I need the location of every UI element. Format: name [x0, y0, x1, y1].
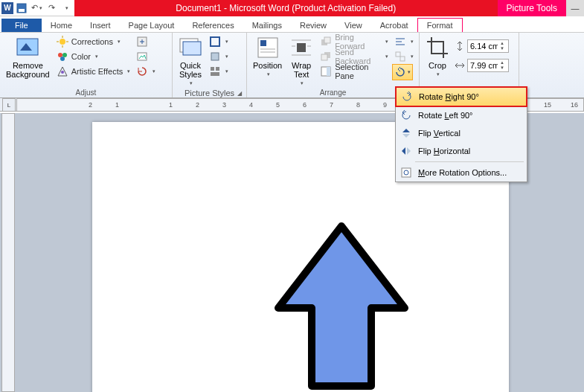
tab-file[interactable]: File: [1, 19, 42, 32]
svg-rect-15: [183, 42, 201, 55]
quick-styles-icon: [179, 36, 202, 60]
context-tab-label: Picture Tools: [498, 0, 566, 16]
width-icon: [454, 60, 466, 71]
flip-vertical-label: Flip Vertical: [418, 129, 461, 138]
picture-border-button[interactable]: ▾: [207, 34, 231, 49]
spin-down-icon[interactable]: ▼: [498, 46, 507, 51]
border-icon: [209, 36, 221, 48]
qat-save-icon[interactable]: [15, 1, 28, 15]
tab-format[interactable]: Format: [417, 18, 463, 32]
position-label: Position: [253, 61, 282, 70]
svg-rect-40: [400, 57, 405, 61]
reset-icon: [136, 65, 148, 77]
selection-pane-icon: [320, 65, 332, 77]
group-label-styles: Picture Styles◢: [176, 88, 243, 97]
tab-insert[interactable]: Insert: [81, 19, 120, 32]
rotate-icon: [394, 66, 406, 78]
tab-acrobat[interactable]: Acrobat: [371, 19, 417, 32]
position-button[interactable]: Position▾: [250, 34, 285, 79]
corrections-button[interactable]: Corrections▾: [54, 34, 132, 49]
quick-styles-button[interactable]: Quick Styles▾: [176, 34, 205, 88]
picture-layout-button[interactable]: ▾: [207, 64, 231, 79]
qat-undo-icon[interactable]: ↶▾: [30, 1, 43, 15]
svg-point-8: [58, 53, 62, 57]
svg-rect-17: [211, 53, 219, 60]
rotate-button[interactable]: ▾: [392, 64, 413, 80]
title-bar-center: Document1 - Microsoft Word (Product Acti…: [74, 0, 566, 16]
rotate-left-label: Rotate Left 90°: [418, 111, 473, 120]
ruler-tab-selector[interactable]: L: [2, 98, 16, 112]
vertical-ruler[interactable]: [1, 113, 15, 392]
crop-button[interactable]: Crop▾: [423, 34, 452, 79]
tab-review[interactable]: Review: [291, 19, 336, 32]
tab-mailings[interactable]: Mailings: [243, 19, 291, 32]
svg-point-9: [62, 53, 67, 57]
height-input[interactable]: [468, 42, 498, 51]
spin-up-icon[interactable]: ▲: [498, 41, 507, 46]
picture-effects-button[interactable]: ▾: [207, 49, 231, 64]
remove-background-label: Remove Background: [6, 61, 50, 79]
bring-forward-button[interactable]: Bring Forward▾: [318, 34, 391, 49]
align-icon: [394, 36, 406, 48]
group-button[interactable]: ▾: [392, 49, 416, 64]
rotate-left-icon: [400, 109, 412, 121]
flip-horizontal-icon: [400, 145, 412, 157]
rotate-menu: Rotate Right 90° Rotate Left 90° Flip Ve…: [395, 86, 527, 182]
group-icon: [394, 51, 406, 62]
app-icon: W: [1, 2, 13, 14]
more-rotation-item[interactable]: More Rotation Options...: [396, 164, 527, 181]
spin-down-icon[interactable]: ▼: [498, 65, 507, 71]
qat-customize-icon[interactable]: ▾: [60, 1, 73, 15]
compress-pictures-button[interactable]: [134, 34, 158, 49]
wrap-text-button[interactable]: Wrap Text▾: [286, 34, 316, 88]
layout-icon: [209, 65, 221, 77]
width-spinner[interactable]: ▲▼: [467, 59, 509, 72]
width-input[interactable]: [468, 61, 498, 70]
artistic-effects-label: Artistic Effects: [71, 67, 123, 76]
title-bar: W ↶▾ ↷ ▾ Document1 - Microsoft Word (Pro…: [0, 0, 584, 16]
wrap-text-label: Wrap Text: [292, 61, 311, 79]
tab-home[interactable]: Home: [42, 19, 81, 32]
qat-redo-icon[interactable]: ↷: [45, 1, 58, 15]
selection-pane-label: Selection Pane: [335, 62, 388, 80]
svg-rect-20: [211, 72, 219, 76]
svg-rect-35: [327, 67, 330, 76]
align-button[interactable]: ▾: [392, 34, 416, 49]
height-spinner[interactable]: ▲▼: [467, 39, 509, 53]
svg-rect-39: [396, 52, 400, 57]
color-button[interactable]: Color▾: [54, 49, 132, 64]
window-title: Document1 - Microsoft Word (Product Acti…: [74, 3, 498, 13]
artistic-effects-button[interactable]: Artistic Effects▾: [54, 64, 132, 79]
send-backward-icon: [320, 51, 332, 62]
remove-background-button[interactable]: Remove Background: [3, 34, 53, 80]
rotate-left-item[interactable]: Rotate Left 90°: [396, 106, 527, 124]
tab-references[interactable]: References: [183, 19, 243, 32]
effects-icon: [209, 51, 221, 62]
change-picture-button[interactable]: [134, 49, 158, 64]
selected-picture[interactable]: [271, 219, 412, 392]
svg-rect-41: [402, 168, 411, 177]
styles-launcher-icon[interactable]: ◢: [237, 90, 242, 97]
more-rotation-icon: [400, 167, 412, 179]
brightness-icon: [57, 36, 68, 48]
spin-up-icon[interactable]: ▲: [498, 60, 507, 65]
arrow-shape-icon: [271, 219, 412, 392]
tab-pagelayout[interactable]: Page Layout: [120, 19, 184, 32]
tab-view[interactable]: View: [336, 19, 371, 32]
minimize-button[interactable]: —: [566, 0, 584, 16]
svg-rect-16: [211, 37, 219, 46]
send-backward-button[interactable]: Send Backward▾: [318, 49, 391, 64]
svg-rect-22: [260, 40, 266, 46]
compress-icon: [136, 36, 148, 48]
width-box: ▲▼: [454, 58, 509, 73]
svg-rect-31: [324, 37, 330, 43]
more-rotation-label: More Rotation Options...: [418, 168, 507, 177]
reset-picture-button[interactable]: ▾: [134, 64, 158, 79]
quick-styles-label: Quick Styles: [179, 61, 202, 79]
flip-horizontal-item[interactable]: Flip Horizontal: [396, 142, 527, 160]
flip-vertical-item[interactable]: Flip Vertical: [396, 124, 527, 142]
color-label: Color: [71, 52, 91, 61]
flip-vertical-icon: [400, 127, 412, 139]
rotate-right-item[interactable]: Rotate Right 90°: [395, 86, 527, 107]
selection-pane-button[interactable]: Selection Pane: [318, 64, 391, 79]
